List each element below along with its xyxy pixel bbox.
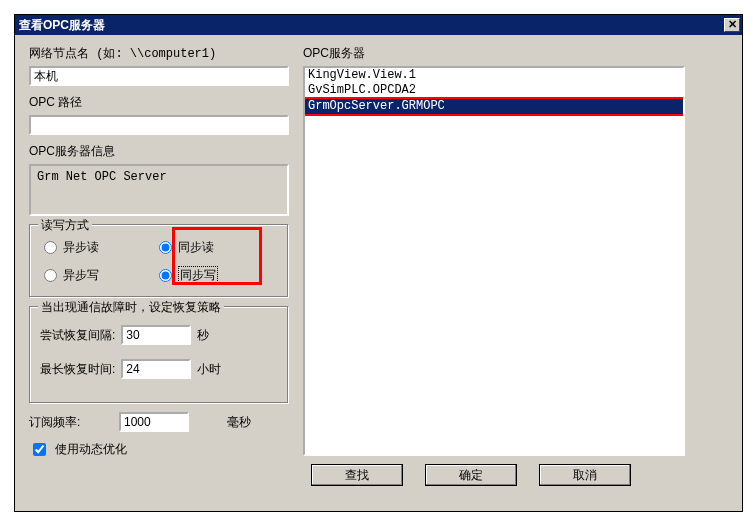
- radio-async-read-label: 异步读: [63, 239, 99, 256]
- opc-server-list-label: OPC服务器: [303, 45, 728, 62]
- radio-sync-read-label: 同步读: [178, 239, 214, 256]
- radio-sync-write[interactable]: 同步写: [159, 266, 274, 285]
- radio-async-read[interactable]: 异步读: [44, 239, 159, 256]
- left-panel: 网络节点名 (如: \\computer1) OPC 路径 OPC服务器信息 G…: [29, 45, 289, 486]
- server-info-label: OPC服务器信息: [29, 143, 289, 160]
- dialog-window: 查看OPC服务器 ✕ 网络节点名 (如: \\computer1) OPC 路径…: [14, 14, 743, 512]
- node-name-label: 网络节点名 (如: \\computer1): [29, 45, 289, 62]
- dialog-title: 查看OPC服务器: [19, 17, 105, 34]
- server-info-box: Grm Net OPC Server: [29, 164, 289, 216]
- radio-async-write[interactable]: 异步写: [44, 266, 159, 285]
- cancel-button[interactable]: 取消: [539, 464, 631, 486]
- find-button[interactable]: 查找: [311, 464, 403, 486]
- node-name-input[interactable]: [29, 66, 289, 86]
- max-recover-label: 最长恢复时间:: [40, 361, 115, 378]
- readwrite-group: 读写方式 异步读 同步读 异步写 同步写: [29, 224, 289, 298]
- subscription-freq-input[interactable]: [119, 412, 189, 432]
- radio-sync-read[interactable]: 同步读: [159, 239, 274, 256]
- dynamic-optimize-input[interactable]: [33, 443, 46, 456]
- max-recover-unit: 小时: [197, 361, 221, 378]
- list-item[interactable]: KingView.View.1: [305, 68, 683, 83]
- subscription-row: 订阅频率: 毫秒: [29, 412, 289, 432]
- retry-interval-unit: 秒: [197, 327, 209, 344]
- radio-async-write-label: 异步写: [63, 267, 99, 284]
- ok-button[interactable]: 确定: [425, 464, 517, 486]
- max-recover-input[interactable]: [121, 359, 191, 379]
- list-item[interactable]: GvSimPLC.OPCDA2: [305, 83, 683, 98]
- recovery-group: 当出现通信故障时，设定恢复策略 尝试恢复间隔: 秒 最长恢复时间: 小时: [29, 306, 289, 404]
- readwrite-group-title: 读写方式: [38, 217, 92, 234]
- radio-sync-write-label: 同步写: [178, 266, 218, 285]
- opc-server-listbox[interactable]: KingView.View.1GvSimPLC.OPCDA2GrmOpcServ…: [303, 66, 685, 456]
- opc-path-input[interactable]: [29, 115, 289, 135]
- right-panel: OPC服务器 KingView.View.1GvSimPLC.OPCDA2Grm…: [303, 45, 728, 486]
- titlebar: 查看OPC服务器 ✕: [15, 15, 742, 35]
- dialog-content: 网络节点名 (如: \\computer1) OPC 路径 OPC服务器信息 G…: [15, 35, 742, 496]
- recovery-group-title: 当出现通信故障时，设定恢复策略: [38, 299, 224, 316]
- list-item[interactable]: GrmOpcServer.GRMOPC: [305, 97, 683, 116]
- subscription-freq-unit: 毫秒: [227, 414, 251, 431]
- close-button[interactable]: ✕: [724, 18, 740, 32]
- dynamic-optimize-checkbox[interactable]: 使用动态优化: [29, 440, 289, 459]
- dynamic-optimize-label: 使用动态优化: [55, 441, 127, 458]
- subscription-freq-label: 订阅频率:: [29, 414, 113, 431]
- retry-interval-input[interactable]: [121, 325, 191, 345]
- opc-path-label: OPC 路径: [29, 94, 289, 111]
- retry-interval-label: 尝试恢复间隔:: [40, 327, 115, 344]
